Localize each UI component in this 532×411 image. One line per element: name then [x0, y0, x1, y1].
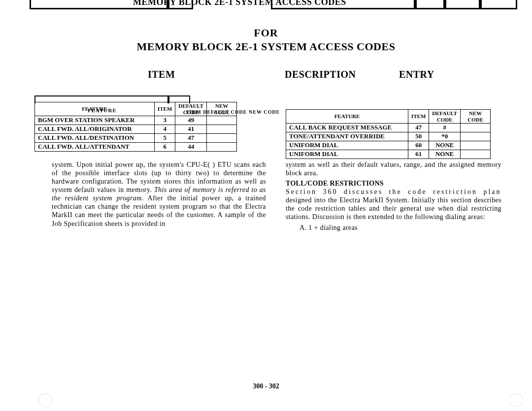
cell-new-code [461, 132, 491, 141]
th-feature: FEATURE [286, 110, 408, 124]
body-right-list-a: A. 1 + dialing areas [299, 223, 501, 232]
feature-table-left: FEATURE ITEM DEFAULTCODE NEWCODE BGM OVE… [34, 102, 237, 152]
cell-item: 60 [408, 141, 429, 150]
feature-table-right: FEATURE ITEM DEFAULTCODE NEWCODE CALL BA… [286, 109, 491, 159]
cell-new-code [461, 150, 491, 159]
cell-feature: CALL FWD. ALL/ORIGINATOR [35, 125, 155, 134]
hole-punch-icon [509, 393, 523, 407]
colhead-entry: ENTRY [399, 69, 434, 80]
cell-feature: UNIFORM DIAL [286, 150, 408, 159]
th-item: ITEM [155, 102, 175, 116]
table-row: UNIFORM DIAL 60 NONE [286, 141, 491, 150]
colhead-item: ITEM [148, 69, 175, 80]
hole-punch-icon [38, 393, 52, 407]
cell-item: 3 [155, 116, 175, 125]
cell-item: 61 [408, 150, 429, 159]
colhead-description: DESCRIPTION [285, 69, 356, 80]
cell-default-code: # [429, 124, 461, 132]
cell-item: 6 [155, 143, 175, 152]
th-new-code: NEWCODE [207, 102, 237, 116]
cell-item: 47 [408, 124, 429, 132]
table-row: CALL FWD. ALL/DESTINATION 5 47 [35, 134, 237, 143]
cell-new-code [207, 125, 237, 134]
cell-feature: CALL BACK REQUEST MESSAGE [286, 124, 408, 132]
cell-default-code: 44 [175, 143, 207, 152]
cell-new-code [207, 116, 237, 125]
top-cutoff-strip: MEMORY BLOCK 2E-1 SYSTEM ACCESS CODES [30, 0, 525, 12]
cell-feature: CALL FWD. ALL/DESTINATION [35, 134, 155, 143]
body-right-p2b: designed into the Electra MarkII System.… [286, 196, 501, 221]
cell-item: 50 [408, 132, 429, 141]
th-new-code: NEWCODE [461, 110, 491, 124]
fragment-box [30, 0, 169, 9]
cell-new-code [461, 141, 491, 150]
body-text-right: system as well as their default values, … [286, 160, 501, 232]
cell-default-code: 47 [175, 134, 207, 143]
page-number: 300 - 302 [0, 382, 532, 390]
cell-feature: TONE/ATTENDANT OVERRIDE [286, 132, 408, 141]
th-feature: FEATURE [35, 102, 155, 116]
fragment-box [166, 0, 193, 9]
cell-default-code: NONE [429, 150, 461, 159]
cell-default-code: NONE [429, 141, 461, 150]
fragment-box [479, 0, 517, 9]
table-row: CALL BACK REQUEST MESSAGE 47 # [286, 124, 491, 132]
table-row: CALL FWD. ALL/ATTENDANT 6 44 [35, 143, 237, 152]
cell-feature: UNIFORM DIAL [286, 141, 408, 150]
body-text-left: system. Upon initial power up, the syste… [52, 160, 266, 228]
cell-default-code: *0 [429, 132, 461, 141]
body-right-p2a: Section 360 discusses the code restricti… [286, 188, 501, 196]
cell-new-code [207, 143, 237, 152]
subhead-toll-code: TOLL/CODE RESTRICTIONS [286, 179, 501, 188]
header-title: MEMORY BLOCK 2E-1 SYSTEM ACCESS CODES [0, 40, 532, 53]
th-default-code: DEFAULTCODE [175, 102, 207, 116]
cell-new-code [461, 124, 491, 132]
table-row: UNIFORM DIAL 61 NONE [286, 150, 491, 159]
cell-default-code: 49 [175, 116, 207, 125]
th-default-code: DEFAULTCODE [429, 110, 461, 124]
cell-default-code: 41 [175, 125, 207, 134]
cell-item: 4 [155, 125, 175, 134]
header-for: FOR [0, 27, 532, 39]
cell-feature: CALL FWD. ALL/ATTENDANT [35, 143, 155, 152]
fragment-box [443, 0, 482, 9]
fragment-box [271, 0, 417, 9]
page-header: FOR MEMORY BLOCK 2E-1 SYSTEM ACCESS CODE… [0, 27, 532, 53]
table-row: BGM OVER STATION SPEAKER 3 49 [35, 116, 237, 125]
cell-new-code [207, 134, 237, 143]
body-right-p1: system as well as their default values, … [286, 160, 501, 177]
cell-feature: BGM OVER STATION SPEAKER [35, 116, 155, 125]
table-row: TONE/ATTENDANT OVERRIDE 50 *0 [286, 132, 491, 141]
cell-item: 5 [155, 134, 175, 143]
fragment-box [414, 0, 446, 9]
th-item: ITEM [408, 110, 429, 124]
table-row: CALL FWD. ALL/ORIGINATOR 4 41 [35, 125, 237, 134]
